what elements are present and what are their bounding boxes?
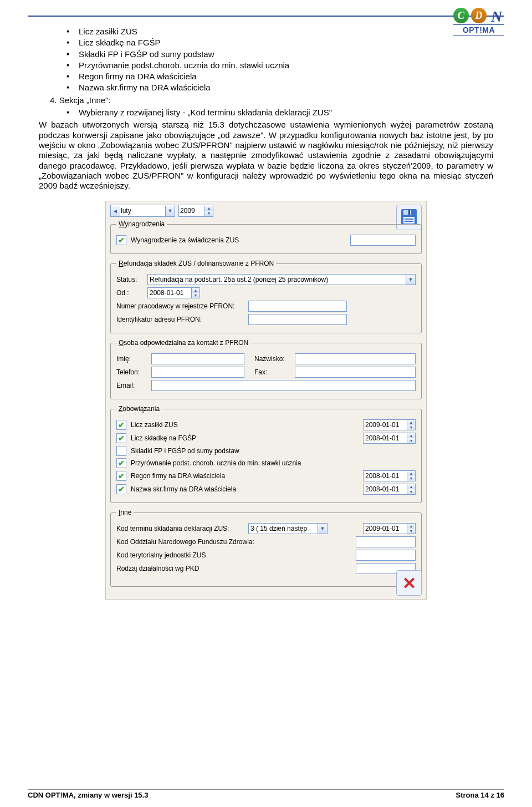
logo-letter-d: D [471,8,487,23]
chk-wynagrodzenie-zus[interactable] [116,235,126,245]
paragraph-text: W bazach utworzonych wersją starszą niż … [39,120,493,191]
lbl-email: Email: [116,382,147,389]
date-spin-down[interactable]: ▼ [407,489,415,494]
logo-letter-n: N [489,8,504,23]
input-kod-oddz[interactable] [356,536,416,547]
lbl-nazwisko: Nazwisko: [254,355,290,363]
bullet-item: Regon firmy na DRA właściciela [66,72,493,82]
bullet-list: Licz zasiłki ZUS Licz składkę na FGŚP Sk… [66,27,493,93]
date-zob-5-input[interactable] [364,484,407,494]
date-spin-up[interactable]: ▲ [407,471,415,476]
date-spin-down[interactable]: ▼ [407,438,415,443]
svg-rect-4 [405,219,413,220]
bullet-item: Wybierany z rozwijanej listy - „Kod term… [66,108,493,118]
year-selector[interactable]: ▲ ▼ [178,205,213,217]
lbl-zob-5: Nazwa skr.firmy na DRA właściciela [131,485,359,493]
logo-letter-c: C [453,8,469,23]
input-nazwisko[interactable] [295,353,416,364]
lbl-zob-1: Licz składkę na FGŚP [131,434,359,442]
lbl-imie: Imię: [116,355,147,363]
chk-zob-5[interactable] [116,484,126,494]
chevron-down-icon[interactable]: ▼ [406,275,415,285]
date-od[interactable]: ▲▼ [147,287,200,298]
footer-right: Strona 14 z 16 [456,791,504,799]
section-number: 4. [50,95,57,105]
combo-status[interactable]: ▼ [147,274,416,285]
lbl-wynagrodzenie-zus: Wynagrodzenie za świadczenia ZUS [131,236,346,244]
lbl-od: Od : [116,289,143,297]
date-od-input[interactable] [148,288,191,298]
combo-kodterm[interactable]: ▼ [248,523,328,534]
bullet-item: Licz zasiłki ZUS [66,27,493,37]
group-wynagrodzenia-legend: Wynagrodzenia [116,220,167,228]
group-osoba-legend: Osoba odpowiedzialna za kontakt z PFRON [116,339,250,347]
chk-zob-3[interactable] [116,458,126,468]
bullet-item: Składki FP i FGŚP od sumy podstaw [66,49,493,59]
chevron-down-icon[interactable]: ▼ [318,524,327,534]
month-input[interactable] [120,206,165,216]
month-selector[interactable]: ◄ ▼ [110,205,175,217]
date-zob-0-input[interactable] [364,420,407,430]
footer-left: CDN OPT!MA, zmiany w wersji 15.3 [28,791,148,799]
header-divider [28,16,504,17]
group-inne-legend: Inne [116,509,134,516]
chk-zob-2[interactable] [116,446,126,456]
lbl-zob-3: Przyrównanie podst. chorob. ucznia do mi… [131,459,416,467]
chk-zob-1[interactable] [116,433,126,443]
bullet-item: Przyrównanie podst.chorob. ucznia do min… [66,60,493,70]
lbl-numer-pfron: Numer pracodawcy w rejestrze PFRON: [116,302,244,310]
group-refundacja-legend: Refundacja składek ZUS / dofinansowanie … [116,260,276,267]
input-kod-ter[interactable] [356,550,416,561]
date-kodterm-input[interactable] [364,524,407,534]
close-button[interactable]: ✕ [396,570,422,596]
lbl-zob-4: Regon firmy na DRA właściciela [131,472,359,480]
date-spin-up[interactable]: ▲ [192,288,200,293]
date-spin-down[interactable]: ▼ [407,529,415,534]
input-telefon[interactable] [151,367,244,378]
input-fax[interactable] [295,367,416,378]
svg-rect-2 [408,210,410,215]
input-ident-pfron[interactable] [248,314,347,325]
combo-kodterm-input[interactable] [249,524,318,534]
bullet-item: Nazwa skr.firmy na DRA właściciela [66,83,493,93]
date-spin-down[interactable]: ▼ [407,476,415,481]
date-spin-up[interactable]: ▲ [407,433,415,438]
bullet-item: Licz składkę na FGŚP [66,38,493,48]
date-zob-0[interactable]: ▲▼ [363,419,416,430]
combo-status-input[interactable] [148,275,406,285]
lbl-fax: Fax: [254,368,290,376]
lbl-kod-ter: Kod terytorialny jednostki ZUS [116,551,266,559]
date-zob-4[interactable]: ▲▼ [363,470,416,481]
lbl-rodz-pkd: Rodzaj działalności wg PKD [116,565,266,572]
lbl-telefon: Telefon: [116,368,147,376]
date-spin-up[interactable]: ▲ [407,524,415,529]
input-imie[interactable] [151,353,244,364]
date-kodterm[interactable]: ▲▼ [363,523,416,534]
lbl-ident-pfron: Identyfikator adresu PFRON: [116,316,244,323]
date-zob-4-input[interactable] [364,471,407,481]
date-zob-1-input[interactable] [364,433,407,443]
group-refundacja: Refundacja składek ZUS / dofinansowanie … [110,260,422,333]
year-spin-up[interactable]: ▲ [205,206,213,211]
lbl-kodterm: Kod terminu składania deklaracji ZUS: [116,525,244,532]
config-form-panel: ◄ ▼ ▲ ▼ Wynagrodzenia Wynagrodzenie [105,201,427,600]
chk-zob-4[interactable] [116,471,126,481]
date-spin-up[interactable]: ▲ [407,484,415,489]
date-zob-1[interactable]: ▲▼ [363,433,416,444]
lbl-kod-oddz: Kod Oddziału Narodowego Funduszu Zdrowia… [116,538,266,546]
month-prev-button[interactable]: ◄ [111,206,120,216]
group-osoba: Osoba odpowiedzialna za kontakt z PFRON … [110,339,422,399]
date-spin-up[interactable]: ▲ [407,420,415,425]
input-numer-pfron[interactable] [248,301,347,312]
year-spin-down[interactable]: ▼ [205,211,213,216]
input-email[interactable] [151,380,416,391]
month-dropdown-icon[interactable]: ▼ [165,206,175,216]
year-input[interactable] [179,206,204,216]
input-wynagrodzenie-zus[interactable] [350,235,416,246]
date-spin-down[interactable]: ▼ [407,425,415,430]
group-zobowiazania: Zobowiązania Licz zasiłki ZUS ▲▼ Licz sk… [110,405,422,503]
date-spin-down[interactable]: ▼ [192,293,200,298]
date-zob-5[interactable]: ▲▼ [363,484,416,495]
chk-zob-0[interactable] [116,420,126,430]
group-inne: Inne Kod terminu składania deklaracji ZU… [110,509,422,587]
